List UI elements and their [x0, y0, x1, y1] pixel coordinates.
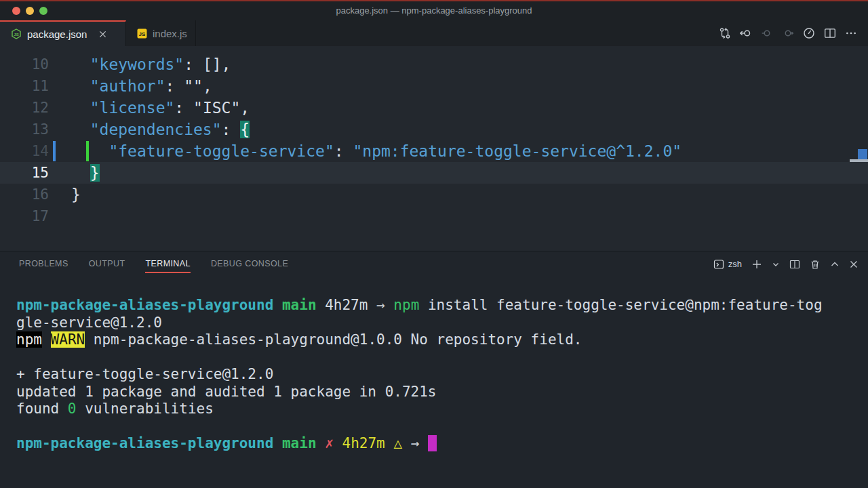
- code-line[interactable]: 15 }: [0, 162, 868, 184]
- code-text: "keywords": [],: [49, 54, 231, 75]
- text-segment: [428, 435, 437, 451]
- code-text: }: [49, 162, 100, 184]
- close-tab-icon[interactable]: [99, 30, 106, 38]
- text-segment: }: [71, 186, 81, 203]
- tab-index-js[interactable]: JS index.js: [126, 20, 196, 46]
- text-segment: :: [222, 121, 241, 138]
- new-terminal-icon[interactable]: [751, 259, 762, 270]
- text-segment: "license": [90, 99, 175, 117]
- terminal-content[interactable]: npm-package-aliases-playground main 4h27…: [0, 277, 868, 488]
- panel-tab-debug-console[interactable]: DEBUG CONSOLE: [211, 251, 288, 277]
- svg-text:JS: JS: [139, 31, 146, 37]
- tab-label: package.json: [27, 28, 87, 40]
- panel-tab-problems[interactable]: PROBLEMS: [19, 251, 68, 277]
- line-number: 10: [0, 54, 49, 75]
- code-line[interactable]: 16}: [0, 184, 868, 205]
- text-segment: →: [376, 297, 385, 313]
- text-segment: "",: [184, 77, 212, 95]
- line-number: 13: [0, 119, 49, 140]
- previous-change-icon[interactable]: [761, 27, 773, 39]
- panel-header: PROBLEMS OUTPUT TERMINAL DEBUG CONSOLE z…: [0, 251, 868, 277]
- split-editor-icon[interactable]: [824, 27, 836, 39]
- svg-text:JS: JS: [14, 33, 18, 37]
- code-line[interactable]: 13 "dependencies": {: [0, 119, 868, 140]
- panel-actions: zsh: [713, 259, 859, 270]
- text-segment: [71, 164, 90, 182]
- terminal-line: + feature-toggle-service@1.2.0: [16, 366, 859, 384]
- text-segment: [71, 99, 90, 117]
- terminal-line: npm-package-aliases-playground main 4h27…: [16, 297, 859, 314]
- text-segment: [334, 435, 342, 451]
- text-segment: [402, 435, 411, 451]
- more-actions-icon[interactable]: [845, 27, 857, 39]
- text-segment: WARN: [51, 331, 85, 348]
- title-bar: package.json — npm-package-aliases-playg…: [0, 1, 868, 20]
- code-line[interactable]: 17: [0, 205, 868, 227]
- editor-area[interactable]: 10 "keywords": [],11 "author": "",12 "li…: [0, 46, 868, 251]
- window-title: package.json — npm-package-aliases-playg…: [0, 1, 868, 20]
- terminal-icon: [713, 259, 724, 270]
- line-number: 15: [0, 162, 49, 184]
- gutter-cursor-bar: [53, 141, 56, 161]
- next-change-icon[interactable]: [782, 27, 794, 39]
- text-segment: "author": [90, 77, 165, 95]
- terminal-line: [16, 418, 859, 436]
- text-segment: [385, 435, 394, 451]
- text-segment: [385, 297, 394, 313]
- editor-lines: 10 "keywords": [],11 "author": "",12 "li…: [0, 54, 868, 227]
- maximize-panel-icon[interactable]: [830, 260, 840, 269]
- text-segment: [419, 435, 428, 451]
- terminal-line: found 0 vulnerabilities: [16, 401, 859, 418]
- split-panel-icon[interactable]: [789, 259, 800, 270]
- git-compare-icon[interactable]: [719, 27, 731, 39]
- text-segment: updated 1 package and audited 1 package …: [16, 384, 437, 400]
- text-segment: install feature-toggle-service@npm:featu…: [419, 297, 822, 313]
- overview-ruler-slider[interactable]: [850, 159, 868, 162]
- tab-package-json[interactable]: JS package.json: [0, 20, 126, 46]
- line-number: 17: [0, 205, 49, 227]
- text-segment: npm: [16, 331, 42, 348]
- panel-tab-terminal[interactable]: TERMINAL: [145, 251, 190, 277]
- overview-ruler-cursor-mark: [858, 149, 867, 159]
- code-line[interactable]: 11 "author": "",: [0, 75, 868, 97]
- text-segment: [],: [203, 56, 231, 73]
- chevron-down-icon[interactable]: [772, 260, 780, 268]
- text-segment: [71, 142, 108, 160]
- close-panel-icon[interactable]: [849, 260, 859, 269]
- editor-actions: [719, 20, 868, 46]
- text-segment: "keywords": [90, 56, 184, 73]
- text-segment: 4h27m: [342, 435, 385, 451]
- code-line[interactable]: 12 "license": "ISC",: [0, 97, 868, 119]
- text-segment: [42, 331, 51, 348]
- git-added-indicator: [86, 141, 89, 161]
- text-segment: vulnerabilities: [77, 401, 214, 417]
- shell-label: zsh: [728, 259, 742, 269]
- text-segment: :: [184, 56, 203, 73]
- terminal-line: npm-package-aliases-playground main ✗ 4h…: [16, 435, 859, 453]
- code-line[interactable]: 10 "keywords": [],: [0, 54, 868, 75]
- open-changes-icon[interactable]: [740, 27, 752, 39]
- line-number: 16: [0, 184, 49, 205]
- editor-tab-bar: JS package.json JS index.js: [0, 20, 868, 46]
- text-segment: npm-package-aliases-playground@1.0.0 No …: [85, 331, 582, 348]
- panel-tab-output[interactable]: OUTPUT: [89, 251, 125, 277]
- trash-icon[interactable]: [810, 259, 821, 270]
- code-line[interactable]: 14 "feature-toggle-service": "npm:featur…: [0, 140, 868, 162]
- vscode-window: package.json — npm-package-aliases-playg…: [0, 0, 868, 488]
- text-segment: [273, 435, 282, 451]
- code-text: [49, 205, 71, 227]
- text-segment: found: [16, 401, 68, 417]
- text-segment: :: [174, 99, 193, 117]
- terminal-shell-selector[interactable]: zsh: [713, 259, 742, 270]
- code-text: }: [49, 184, 81, 205]
- text-segment: :: [334, 142, 353, 160]
- text-segment: main: [282, 297, 317, 313]
- terminal-line: [16, 349, 859, 367]
- text-segment: :: [165, 77, 184, 95]
- text-segment: →: [411, 435, 420, 451]
- code-text: "author": "",: [49, 75, 212, 97]
- text-segment: npm-package-aliases-playground: [16, 297, 273, 313]
- run-code-icon[interactable]: [803, 27, 815, 39]
- text-segment: {: [240, 121, 250, 138]
- text-segment: 4h27m: [317, 297, 377, 313]
